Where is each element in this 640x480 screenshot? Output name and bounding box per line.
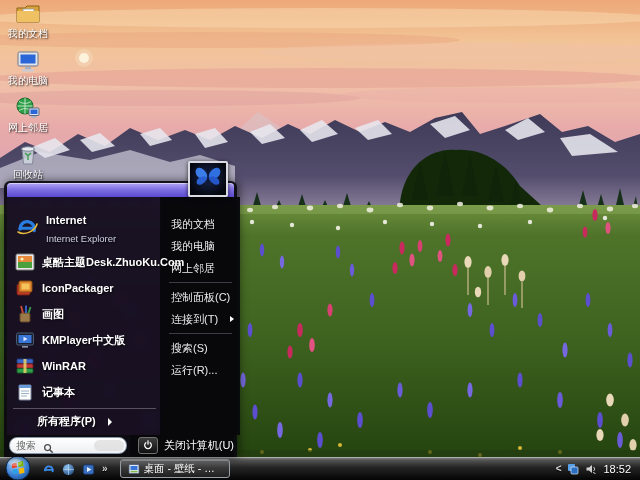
search-area xyxy=(7,435,130,457)
paint-icon xyxy=(15,304,35,324)
my-computer-icon xyxy=(15,49,41,73)
window-button-label: 桌面 - 壁纸 - 桌酷壁... xyxy=(144,462,222,476)
quick-launch-globe-icon[interactable] xyxy=(62,462,75,475)
menu-item-subtitle: Internet Explorer xyxy=(46,233,116,244)
desktop-icon-list: 我的文档 我的电脑 xyxy=(1,2,55,181)
start-menu: Internet Internet Explorer 桌酷主题Desk.Zhuo… xyxy=(4,181,237,457)
menu-item-title: WinRAR xyxy=(42,360,86,373)
quick-launch-overflow-chevron[interactable]: » xyxy=(102,464,108,474)
kmplayer-icon xyxy=(15,330,35,350)
quick-launch-internet-explorer-icon[interactable] xyxy=(42,462,55,475)
menu-item-winrar[interactable]: WinRAR xyxy=(13,353,156,379)
desktop-icon-label: 我的文档 xyxy=(8,28,48,40)
search-box[interactable] xyxy=(9,437,127,454)
menu-item-iconpackager[interactable]: IconPackager xyxy=(13,275,156,301)
menu-item-zhuoku-theme[interactable]: 桌酷主题Desk.ZhuoKu.Com xyxy=(13,249,156,275)
tray-collapse-chevron[interactable]: < xyxy=(556,464,562,474)
desktop-icon-label: 网上邻居 xyxy=(8,122,48,134)
quick-launch-media-icon[interactable] xyxy=(82,462,95,475)
desktop-theme-icon xyxy=(15,252,35,272)
start-menu-columns: Internet Internet Explorer 桌酷主题Desk.Zhuo… xyxy=(7,197,234,435)
menu-item-internet[interactable]: Internet Internet Explorer xyxy=(13,207,156,249)
desktop-icon-label: 我的电脑 xyxy=(8,75,48,87)
search-icon xyxy=(43,440,54,454)
start-button[interactable] xyxy=(5,455,31,480)
menu-item-my-computer[interactable]: 我的电脑 xyxy=(161,235,240,257)
user-avatar xyxy=(188,161,228,197)
my-documents-icon xyxy=(15,2,41,26)
notepad-icon xyxy=(15,382,35,402)
butterfly-avatar-icon xyxy=(192,163,224,195)
all-programs-label: 所有程序(P) xyxy=(37,414,96,429)
menu-item-my-documents[interactable]: 我的文档 xyxy=(161,213,240,235)
quick-launch: » xyxy=(42,462,108,475)
network-places-icon xyxy=(15,96,41,120)
menu-item-title: Internet xyxy=(46,214,86,226)
menu-item-title: 画图 xyxy=(42,308,64,321)
recycle-bin-icon xyxy=(15,143,41,167)
desktop-icon-my-computer[interactable]: 我的电脑 xyxy=(1,49,55,87)
menu-item-kmplayer[interactable]: KMPlayer中文版 xyxy=(13,327,156,353)
desktop-icon-recycle-bin[interactable]: 回收站 xyxy=(1,143,55,181)
shutdown-label: 关闭计算机(U) xyxy=(164,438,234,453)
desktop-icon-network-places[interactable]: 网上邻居 xyxy=(1,96,55,134)
desktop-icon-label: 回收站 xyxy=(13,169,43,181)
system-tray: < 18:52 xyxy=(556,463,640,475)
start-menu-right-column: 我的文档 我的电脑 网上邻居 控制面板(C) 连接到(T) 搜索(S) 运行(R… xyxy=(161,197,240,435)
search-box-end-cap xyxy=(94,440,124,451)
menu-item-run[interactable]: 运行(R)... xyxy=(161,359,240,381)
menu-separator xyxy=(169,333,232,334)
internet-explorer-icon xyxy=(15,216,39,240)
submenu-arrow-icon xyxy=(108,418,112,426)
desktop-icon-my-documents[interactable]: 我的文档 xyxy=(1,2,55,40)
menu-item-paint[interactable]: 画图 xyxy=(13,301,156,327)
taskbar-window-button[interactable]: 桌面 - 壁纸 - 桌酷壁... xyxy=(120,459,230,478)
menu-separator xyxy=(169,282,232,283)
menu-item-notepad[interactable]: 记事本 xyxy=(13,379,156,405)
tray-volume-icon[interactable] xyxy=(585,463,597,475)
menu-item-title: KMPlayer中文版 xyxy=(42,334,125,347)
menu-item-title: 记事本 xyxy=(42,386,75,399)
iconpackager-icon xyxy=(15,278,35,298)
menu-item-title: IconPackager xyxy=(42,282,114,295)
power-icon xyxy=(138,437,158,454)
tray-display-icon[interactable] xyxy=(567,463,579,475)
menu-item-search[interactable]: 搜索(S) xyxy=(161,337,240,359)
taskbar: » 桌面 - 壁纸 - 桌酷壁... < xyxy=(0,457,640,480)
winrar-icon xyxy=(15,356,35,376)
screen: 我的文档 我的电脑 xyxy=(0,0,640,480)
menu-item-network-places[interactable]: 网上邻居 xyxy=(161,257,240,279)
shutdown-area[interactable]: 关闭计算机(U) xyxy=(130,435,234,457)
start-menu-left-column: Internet Internet Explorer 桌酷主题Desk.Zhuo… xyxy=(7,197,161,435)
window-button-icon xyxy=(128,463,140,475)
menu-item-connect-to[interactable]: 连接到(T) xyxy=(161,308,240,330)
menu-item-control-panel[interactable]: 控制面板(C) xyxy=(161,286,240,308)
taskbar-clock[interactable]: 18:52 xyxy=(603,463,631,475)
all-programs-button[interactable]: 所有程序(P) xyxy=(13,408,156,435)
start-menu-bottom: 关闭计算机(U) xyxy=(7,435,234,457)
